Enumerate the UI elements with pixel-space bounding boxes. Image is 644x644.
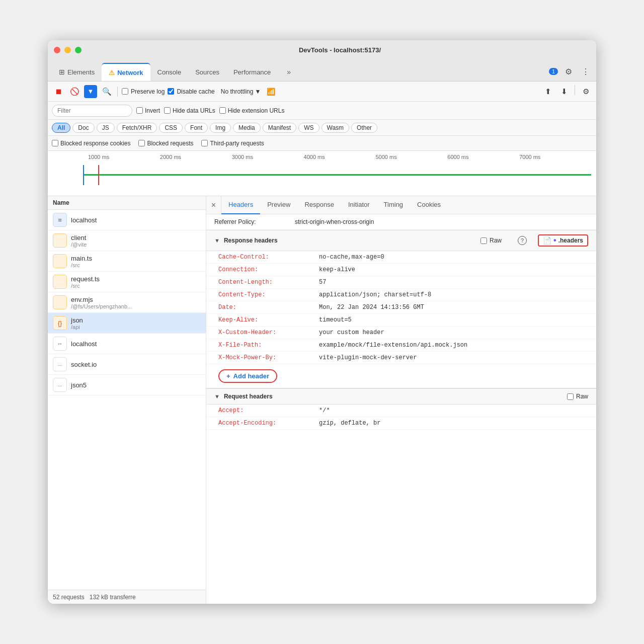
tab-more-btn[interactable]: » (280, 63, 298, 81)
filter-btn-other[interactable]: Other (351, 123, 377, 133)
hide-data-checkbox[interactable] (164, 107, 171, 114)
list-item[interactable]: env.mjs /@fs/Users/pengzhanb... (48, 292, 206, 313)
tab-elements[interactable]: ⊞ Elements (52, 63, 102, 81)
header-key: Cache-Control: (218, 254, 319, 261)
filter-funnel-btn[interactable]: ▼ (84, 85, 97, 98)
separator-1 (117, 87, 118, 97)
tab-network[interactable]: ⚠ Network (102, 63, 150, 81)
filter-btn-font[interactable]: Font (185, 123, 208, 133)
filter-btn-ws[interactable]: WS (298, 123, 319, 133)
file-icon: ≡ (53, 213, 67, 227)
request-headers-title: Request headers (224, 393, 563, 400)
network-settings-icon[interactable]: ⚙ (579, 85, 592, 98)
tab-performance[interactable]: Performance (226, 63, 278, 81)
header-val: Mon, 22 Jan 2024 14:13:56 GMT (319, 304, 424, 311)
tab-sources-label: Sources (195, 68, 219, 76)
download-icon[interactable]: ⬇ (557, 85, 571, 98)
list-item[interactable]: ↔ localhost (48, 334, 206, 354)
filter-btn-media[interactable]: Media (233, 123, 261, 133)
clear-btn[interactable]: 🚫 (68, 85, 81, 98)
list-item[interactable]: main.ts /src (48, 251, 206, 272)
close-window-btn[interactable] (54, 47, 60, 53)
tab-console[interactable]: Console (150, 63, 189, 81)
third-party-check[interactable]: Third-party requests (201, 140, 264, 147)
throttle-select[interactable]: No throttling ▼ (218, 87, 264, 96)
request-headers-section: ▼ Request headers Raw (206, 388, 596, 405)
third-party-checkbox[interactable] (201, 140, 208, 146)
disable-cache-label[interactable]: Disable cache (168, 88, 214, 95)
hide-ext-label[interactable]: Hide extension URLs (219, 107, 285, 114)
detail-tab-initiator[interactable]: Initiator (341, 196, 377, 214)
header-val: keep-alive (319, 266, 355, 273)
response-raw-checkbox[interactable] (480, 237, 487, 244)
help-icon[interactable]: ? (518, 236, 527, 245)
detail-tab-preview[interactable]: Preview (260, 196, 297, 214)
filter-btn-img[interactable]: Img (210, 123, 231, 133)
add-header-btn[interactable]: + Add header (218, 369, 277, 383)
blocked-cookies-check[interactable]: Blocked response cookies (52, 140, 130, 147)
disable-cache-checkbox[interactable] (168, 88, 174, 95)
hide-ext-checkbox[interactable] (219, 107, 226, 114)
hide-data-label[interactable]: Hide data URLs (164, 107, 215, 114)
file-name: request.ts (71, 275, 100, 283)
filter-btn-wasm[interactable]: Wasm (321, 123, 350, 133)
filter-btn-doc[interactable]: Doc (72, 123, 94, 133)
request-raw-checkbox[interactable] (567, 393, 574, 400)
filter-input[interactable] (52, 105, 132, 117)
detail-tab-response[interactable]: Response (297, 196, 341, 214)
file-name: localhost (71, 340, 97, 348)
preserve-log-checkbox[interactable] (122, 88, 128, 95)
request-raw-check[interactable]: Raw (567, 393, 588, 400)
add-header-label: Add header (233, 372, 270, 380)
file-path: /@vite (71, 242, 87, 248)
filter-btn-manifest[interactable]: Manifest (263, 123, 296, 133)
detail-tab-headers[interactable]: Headers (221, 196, 260, 214)
file-name: main.ts (71, 255, 92, 262)
titlebar: DevTools - localhost:5173/ (48, 40, 596, 59)
tab-network-label: Network (117, 69, 143, 76)
preserve-log-label[interactable]: Preserve log (122, 88, 165, 95)
header-key: Keep-Alive: (218, 316, 319, 324)
list-item[interactable]: ... socket.io (48, 354, 206, 375)
record-stop-btn[interactable]: ⏹ (52, 85, 65, 98)
minimize-window-btn[interactable] (64, 47, 71, 53)
invert-checkbox[interactable] (136, 107, 143, 114)
req-val: gzip, deflate, br (319, 420, 380, 427)
detail-content: Referrer Policy: strict-origin-when-cros… (206, 214, 596, 604)
filter-btn-fetch/xhr[interactable]: Fetch/XHR (117, 123, 157, 133)
timeline: 1000 ms2000 ms3000 ms4000 ms5000 ms6000 … (48, 151, 596, 196)
header-val: application/json; charset=utf-8 (319, 291, 431, 298)
purple-dot: • (553, 236, 556, 245)
detail-tab-cookies[interactable]: Cookies (410, 196, 448, 214)
close-detail-btn[interactable]: × (206, 196, 221, 214)
list-item[interactable]: ≡ localhost (48, 210, 206, 230)
upload-icon[interactable]: ⬆ (541, 85, 554, 98)
response-raw-check[interactable]: Raw (480, 237, 502, 244)
maximize-window-btn[interactable] (75, 47, 82, 53)
header-val: 57 (319, 279, 326, 286)
blocked-requests-check[interactable]: Blocked requests (138, 140, 193, 147)
filter-btn-css[interactable]: CSS (159, 123, 183, 133)
timeline-label: 2000 ms (160, 154, 232, 160)
tab-sources[interactable]: Sources (188, 63, 226, 81)
header-val: vite-plugin-mock-dev-server (319, 354, 417, 361)
list-item[interactable]: {} json /api (48, 313, 206, 334)
list-item[interactable]: ... json5 (48, 375, 206, 395)
header-key: Content-Length: (218, 279, 319, 286)
settings-icon[interactable]: ⚙ (562, 65, 575, 78)
detail-tabs: × Headers Preview Response Initiator Tim… (206, 196, 596, 214)
filter-btn-js[interactable]: JS (97, 123, 115, 133)
more-options-icon[interactable]: ⋮ (579, 65, 592, 78)
detail-tab-timing[interactable]: Timing (377, 196, 411, 214)
blocked-requests-checkbox[interactable] (138, 140, 145, 146)
filter-btn-all[interactable]: All (52, 123, 70, 133)
table-row: Accept-Encoding: gzip, deflate, br (206, 417, 596, 430)
list-item[interactable]: client /@vite (48, 230, 206, 251)
headers-file-btn[interactable]: 📄 • .headers (538, 234, 588, 247)
blocked-cookies-checkbox[interactable] (52, 140, 58, 146)
req-val: */* (319, 407, 330, 414)
list-item[interactable]: request.ts /src (48, 272, 206, 292)
invert-label[interactable]: Invert (136, 107, 160, 114)
request-headers-arrow: ▼ (214, 393, 220, 399)
search-btn[interactable]: 🔍 (100, 85, 113, 98)
